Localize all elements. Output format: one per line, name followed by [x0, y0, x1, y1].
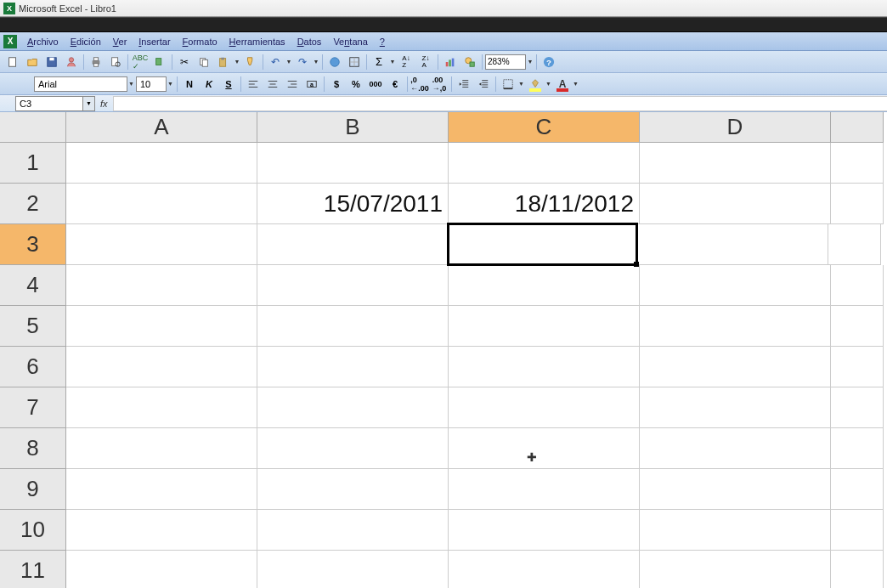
row-header-1[interactable]: 1 [0, 143, 66, 184]
fill-color-dropdown[interactable]: ▼ [545, 81, 552, 87]
col-header-c[interactable]: C [449, 112, 640, 143]
cell-b5[interactable] [257, 306, 449, 347]
paste-button[interactable] [214, 53, 233, 71]
cell-a5[interactable] [66, 306, 257, 347]
cell-a7[interactable] [66, 387, 257, 428]
cell-d7[interactable] [640, 387, 831, 428]
drawing-button[interactable] [460, 53, 479, 71]
open-button[interactable] [23, 53, 42, 71]
cell-b10[interactable] [257, 510, 449, 551]
cell-d6[interactable] [640, 347, 831, 387]
row-header-4[interactable]: 4 [0, 265, 66, 306]
autosum-button[interactable]: Σ [370, 53, 388, 71]
sort-asc-button[interactable]: A↓Z [397, 53, 415, 71]
cell-c6[interactable] [449, 347, 640, 387]
cell-b1[interactable] [257, 143, 449, 184]
cell-e9[interactable] [831, 469, 884, 510]
row-header-10[interactable]: 10 [0, 510, 66, 551]
align-right-button[interactable] [283, 75, 302, 93]
undo-dropdown[interactable]: ▼ [285, 59, 292, 65]
cell-a3[interactable] [66, 224, 257, 265]
zoom-dropdown[interactable]: ▼ [527, 59, 534, 65]
cell-e5[interactable] [831, 306, 884, 347]
cell-e3[interactable] [828, 224, 881, 265]
col-header-e[interactable] [831, 112, 884, 143]
undo-button[interactable]: ↶ [266, 53, 285, 71]
font-color-dropdown[interactable]: ▼ [573, 81, 579, 87]
cell-b9[interactable] [257, 469, 449, 510]
autosum-dropdown[interactable]: ▼ [389, 59, 396, 65]
cell-b7[interactable] [257, 387, 449, 428]
cell-e8[interactable] [831, 428, 884, 469]
row-header-3[interactable]: 3 [0, 224, 66, 265]
formula-input[interactable] [113, 96, 887, 111]
font-size-selector[interactable]: 10 [136, 76, 167, 92]
cut-button[interactable]: ✂ [175, 53, 194, 71]
thousands-button[interactable]: 000 [366, 75, 385, 93]
menu-formato[interactable]: Formato [178, 35, 223, 48]
currency-button[interactable]: $ [327, 75, 346, 93]
cell-a4[interactable] [66, 265, 257, 306]
col-header-a[interactable]: A [66, 112, 257, 143]
cell-e1[interactable] [831, 143, 884, 184]
cell-a8[interactable] [66, 428, 257, 469]
name-box[interactable]: C3 [15, 96, 83, 111]
align-left-button[interactable] [244, 75, 263, 93]
permission-button[interactable] [62, 53, 81, 71]
zoom-box[interactable]: 283% [485, 54, 526, 70]
border-button[interactable] [499, 75, 517, 93]
menu-archivo[interactable]: Archivo [22, 35, 64, 48]
cell-b4[interactable] [257, 265, 449, 306]
print-preview-button[interactable] [106, 53, 125, 71]
menu-datos[interactable]: Datos [292, 35, 327, 48]
cell-b2[interactable]: 15/07/2011 [257, 184, 449, 224]
cell-c10[interactable] [449, 510, 640, 551]
cell-e11[interactable] [831, 551, 884, 588]
euro-button[interactable]: € [386, 75, 404, 93]
fill-color-button[interactable] [526, 75, 545, 93]
cell-d1[interactable] [640, 143, 831, 184]
menu-ventana[interactable]: Ventana [328, 35, 372, 48]
col-header-b[interactable]: B [257, 112, 449, 143]
increase-indent-button[interactable] [474, 75, 493, 93]
cell-c8[interactable] [449, 428, 640, 469]
cell-c2[interactable]: 18/11/2012 [449, 184, 640, 224]
research-button[interactable] [150, 53, 169, 71]
cell-a2[interactable] [66, 184, 257, 224]
cell-c3[interactable] [447, 223, 638, 266]
print-button[interactable] [87, 53, 105, 71]
cell-b3[interactable] [257, 224, 449, 265]
menu-herramientas[interactable]: Herramientas [224, 35, 291, 48]
row-header-2[interactable]: 2 [0, 184, 66, 224]
chart-wizard-button[interactable] [441, 53, 460, 71]
row-header-5[interactable]: 5 [0, 306, 66, 347]
name-box-dropdown[interactable]: ▼ [83, 96, 95, 111]
cell-a1[interactable] [66, 143, 257, 184]
paste-dropdown[interactable]: ▼ [234, 59, 240, 65]
cell-e6[interactable] [831, 347, 884, 387]
save-button[interactable] [42, 53, 61, 71]
cell-c9[interactable] [449, 469, 640, 510]
font-dropdown[interactable]: ▼ [128, 81, 135, 87]
row-header-8[interactable]: 8 [0, 428, 66, 469]
cell-c11[interactable] [449, 551, 640, 588]
sort-desc-button[interactable]: Z↓A [416, 53, 435, 71]
cell-d11[interactable] [640, 551, 831, 588]
font-selector[interactable]: Arial [34, 76, 127, 92]
bold-button[interactable]: N [180, 75, 199, 93]
fx-icon[interactable]: fx [100, 99, 108, 109]
cell-d2[interactable] [640, 184, 831, 224]
cell-d8[interactable] [640, 428, 831, 469]
underline-button[interactable]: S [219, 75, 238, 93]
cell-c5[interactable] [449, 306, 640, 347]
help-button[interactable]: ? [540, 53, 558, 71]
cell-c1[interactable] [449, 143, 640, 184]
cell-d5[interactable] [640, 306, 831, 347]
redo-button[interactable]: ↷ [293, 53, 312, 71]
menu-edicion[interactable]: Edición [65, 35, 106, 48]
cell-d9[interactable] [640, 469, 831, 510]
cell-e4[interactable] [831, 265, 884, 306]
increase-decimal-button[interactable]: ,0←.00 [410, 75, 429, 93]
cell-b8[interactable] [257, 428, 449, 469]
cell-d10[interactable] [640, 510, 831, 551]
